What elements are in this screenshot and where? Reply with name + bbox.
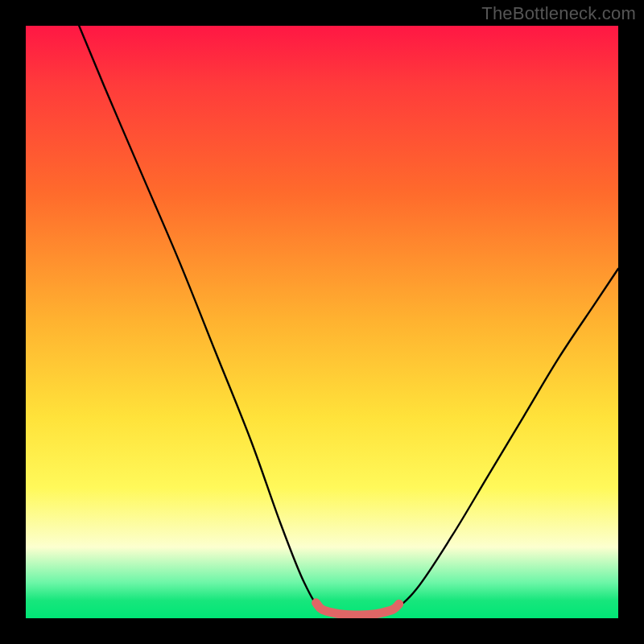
- curve-line: [79, 26, 618, 615]
- chart-svg: [26, 26, 618, 618]
- chart-frame: TheBottleneck.com: [0, 0, 644, 644]
- watermark-label: TheBottleneck.com: [481, 3, 636, 24]
- plot-area: [26, 26, 618, 618]
- bottom-highlight-line: [316, 603, 399, 615]
